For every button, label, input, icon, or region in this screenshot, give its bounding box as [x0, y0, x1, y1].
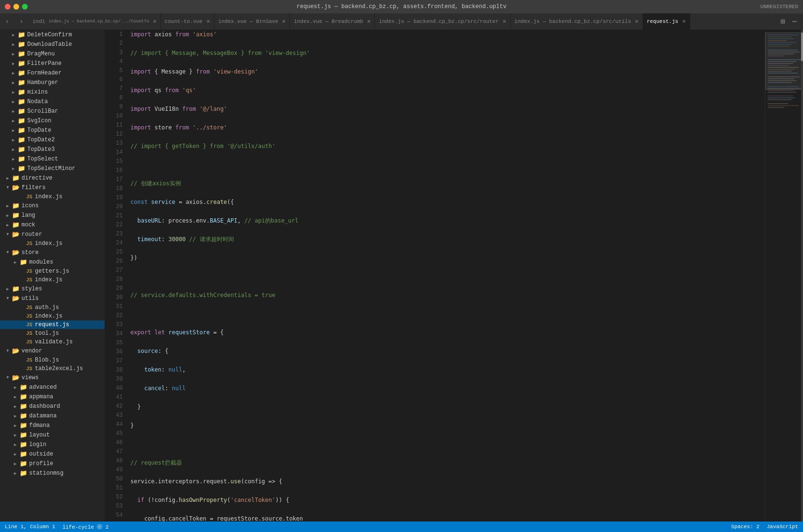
tab-close-breadcrumb[interactable]: ×	[367, 19, 371, 25]
status-language[interactable]: JavaScript	[767, 524, 798, 530]
tree-item-advanced[interactable]: ▶ 📁 advanced	[0, 383, 105, 392]
tree-label: TopSelectMinor	[27, 165, 75, 172]
tree-item-router[interactable]: ▼ 📂 router	[0, 230, 105, 239]
minimap-scrollbar-thumb[interactable]	[801, 32, 803, 61]
tree-item-filterpane[interactable]: ▶ 📁 FilterPane	[0, 59, 105, 68]
tree-item-topselect[interactable]: ▶ 📁 TopSelect	[0, 154, 105, 164]
tree-item-styles[interactable]: ▶ 📁 styles	[0, 284, 105, 294]
code-panel: 1 2 3 4 5 6 7 8 9 10 11 12 13 14 15 16 1…	[105, 30, 765, 521]
tab-close-count-to-vue[interactable]: ×	[206, 19, 210, 25]
tree-item-hamburger[interactable]: ▶ 📁 Hamburger	[0, 78, 105, 87]
tree-item-svgicon[interactable]: ▶ 📁 SvgIcon	[0, 116, 105, 126]
tree-item-topselectminor[interactable]: ▶ 📁 TopSelectMinor	[0, 164, 105, 173]
chevron-right-icon: ▶	[11, 394, 19, 400]
tree-label: filters	[21, 184, 45, 191]
chevron-right-icon: ▶	[11, 452, 19, 457]
tree-item-topdate2[interactable]: ▶ 📁 TopDate2	[0, 135, 105, 145]
tree-item-mixins[interactable]: ▶ 📁 mixins	[0, 87, 105, 97]
tree-item-formheader[interactable]: ▶ 📁 FormHeader	[0, 68, 105, 78]
tree-label: advanced	[29, 384, 57, 391]
chevron-right-icon: ▶	[11, 260, 19, 265]
tree-item-utils-validate[interactable]: ▶ JS validate.js	[0, 338, 105, 346]
tree-item-vendor-table2excel[interactable]: ▶ JS table2excel.js	[0, 364, 105, 373]
tree-item-dragmenu[interactable]: ▶ 📁 DragMenu	[0, 49, 105, 59]
tree-item-store[interactable]: ▼ 📂 store	[0, 248, 105, 257]
tab-bar-actions[interactable]: ⊞ ⋯	[778, 13, 803, 30]
tree-item-profile[interactable]: ▶ 📁 profile	[0, 459, 105, 468]
tab-close-router[interactable]: ×	[503, 19, 506, 25]
chevron-right-icon: ▶	[10, 138, 17, 143]
tree-item-vendor[interactable]: ▼ 📂 vendor	[0, 346, 105, 356]
split-editor-button[interactable]: ⊞	[778, 17, 788, 26]
tab-indi[interactable]: indi index.js — backend.cp_bz.cp/.../Cou…	[29, 13, 161, 30]
tab-bar: ‹ › indi index.js — backend.cp_bz.cp/...…	[0, 13, 803, 30]
tree-item-topdate3[interactable]: ▶ 📁 TopDate3	[0, 145, 105, 154]
tree-label: utils	[21, 295, 39, 302]
folder-icon: 📁	[11, 285, 20, 293]
tree-label: TopSelect	[27, 156, 58, 162]
tab-index-js-router[interactable]: index.js — backend.cp_bz.cp/src/router ×	[375, 13, 511, 30]
tree-item-router-index[interactable]: ▶ JS index.js	[0, 239, 105, 248]
code-minimap[interactable]	[765, 30, 803, 521]
tree-item-outside[interactable]: ▶ 📁 outside	[0, 449, 105, 459]
tree-item-deleteconfirm[interactable]: ▶ 📁 DeleteConfirm	[0, 30, 105, 40]
tab-index-js-utils[interactable]: index.js — backend.cp_bz.cp/src/utils ×	[511, 13, 643, 30]
close-button[interactable]	[5, 4, 11, 10]
tab-close-btnsave[interactable]: ×	[282, 19, 286, 25]
tree-item-layout[interactable]: ▶ 📁 layout	[0, 430, 105, 440]
tab-index-vue-btnsave[interactable]: index.vue — BtnSave ×	[214, 13, 290, 30]
file-tree-sidebar[interactable]: ▶ 📁 DeleteConfirm ▶ 📁 DownloadTable ▶ 📁 …	[0, 30, 105, 521]
js-file-icon: JS	[25, 313, 33, 319]
maximize-button[interactable]	[22, 4, 28, 10]
tree-item-appmana[interactable]: ▶ 📁 appmana	[0, 392, 105, 402]
tree-label: index.js	[35, 313, 63, 319]
tab-nav-next[interactable]: ›	[14, 13, 29, 30]
code-editor[interactable]: import axios from 'axios' // import { Me…	[127, 30, 765, 521]
tree-item-nodata[interactable]: ▶ 📁 Nodata	[0, 97, 105, 106]
chevron-right-icon: ▶	[10, 157, 17, 162]
tree-item-lang[interactable]: ▶ 📁 lang	[0, 211, 105, 220]
chevron-right-icon: ▶	[4, 223, 11, 228]
tree-item-vendor-blob[interactable]: ▶ JS Blob.js	[0, 356, 105, 364]
tree-item-store-modules[interactable]: ▶ 📁 modules	[0, 257, 105, 267]
tree-item-utils-index[interactable]: ▶ JS index.js	[0, 312, 105, 320]
tree-item-views[interactable]: ▼ 📂 views	[0, 373, 105, 383]
tree-item-utils[interactable]: ▼ 📂 utils	[0, 294, 105, 303]
tree-item-topdate[interactable]: ▶ 📁 TopDate	[0, 126, 105, 135]
tree-item-filters-index[interactable]: ▶ JS index.js	[0, 192, 105, 201]
tree-item-icons[interactable]: ▶ 📁 icons	[0, 201, 105, 211]
tree-item-utils-auth[interactable]: ▶ JS auth.js	[0, 303, 105, 312]
tree-item-scrollbar[interactable]: ▶ 📁 ScrollBar	[0, 106, 105, 116]
chevron-right-icon: ▶	[10, 147, 17, 152]
tree-item-store-getters[interactable]: ▶ JS getters.js	[0, 267, 105, 276]
tree-item-utils-tool[interactable]: ▶ JS tool.js	[0, 329, 105, 338]
tree-item-stationmsg[interactable]: ▶ 📁 stationmsg	[0, 468, 105, 478]
tab-close-indi[interactable]: ×	[153, 19, 157, 25]
chevron-right-icon: ▶	[4, 287, 11, 292]
js-file-icon: JS	[25, 268, 33, 274]
tree-item-directive[interactable]: ▶ 📁 directive	[0, 173, 105, 183]
tree-item-dashboard[interactable]: ▶ 📁 dashboard	[0, 402, 105, 411]
tab-index-vue-breadcrumb[interactable]: index.vue — Breadcrumb ×	[290, 13, 375, 30]
tree-item-downloadtable[interactable]: ▶ 📁 DownloadTable	[0, 40, 105, 49]
minimap-scrollbar[interactable]	[801, 30, 803, 521]
minimize-button[interactable]	[13, 4, 19, 10]
tree-item-mock[interactable]: ▶ 📁 mock	[0, 220, 105, 230]
tree-label: mock	[21, 222, 35, 228]
more-actions-button[interactable]: ⋯	[790, 17, 799, 26]
chevron-right-icon: ▶	[10, 52, 17, 57]
tree-item-store-index[interactable]: ▶ JS index.js	[0, 276, 105, 284]
status-spaces[interactable]: Spaces: 2	[731, 524, 760, 530]
tab-request-js[interactable]: request.js ×	[643, 13, 690, 30]
tab-close-utils[interactable]: ×	[635, 19, 639, 25]
tab-count-to-vue[interactable]: count-to.vue ×	[161, 13, 214, 30]
tree-item-fdmana[interactable]: ▶ 📁 fdmana	[0, 421, 105, 430]
tree-item-filters[interactable]: ▼ 📂 filters	[0, 183, 105, 192]
tree-item-datamana[interactable]: ▶ 📁 datamana	[0, 411, 105, 421]
tree-item-login[interactable]: ▶ 📁 login	[0, 440, 105, 449]
tab-close-request[interactable]: ×	[682, 19, 686, 25]
tree-item-utils-request[interactable]: ▶ JS request.js	[0, 320, 105, 329]
tab-nav-prev[interactable]: ‹	[0, 13, 14, 30]
window-controls[interactable]	[5, 4, 28, 10]
status-lifecycle[interactable]: life-cycle ⓔ 2	[63, 523, 109, 531]
